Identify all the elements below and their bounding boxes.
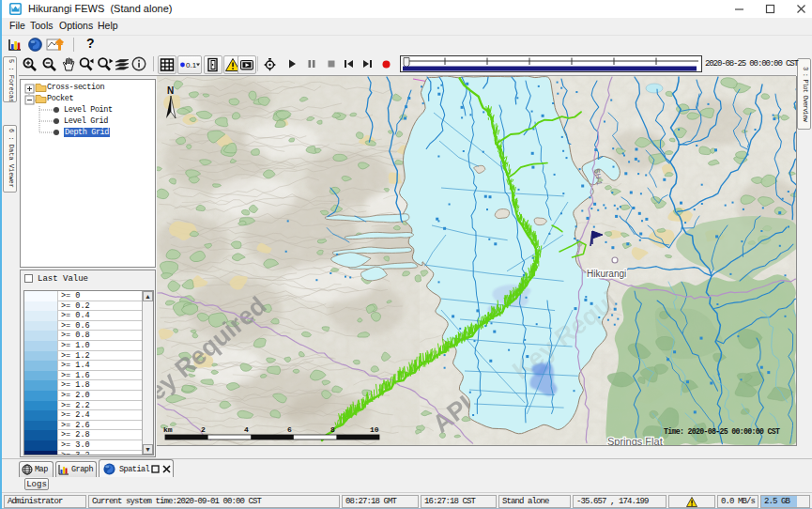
svg-text:km: km — [163, 425, 173, 434]
svg-text:2: 2 — [201, 425, 206, 434]
svg-text:4: 4 — [244, 425, 249, 434]
svg-text:N: N — [167, 85, 174, 96]
svg-text:8: 8 — [330, 425, 335, 434]
svg-text:6: 6 — [287, 425, 292, 434]
svg-text:Springs Flat: Springs Flat — [607, 436, 663, 445]
svg-text:Time: 2020-08-25 00:00:00 CST: Time: 2020-08-25 00:00:00 CST — [664, 427, 780, 436]
svg-text:10: 10 — [370, 425, 379, 434]
svg-text:0.1: 0.1 — [186, 61, 197, 69]
svg-text:Hikurangi: Hikurangi — [587, 269, 626, 279]
